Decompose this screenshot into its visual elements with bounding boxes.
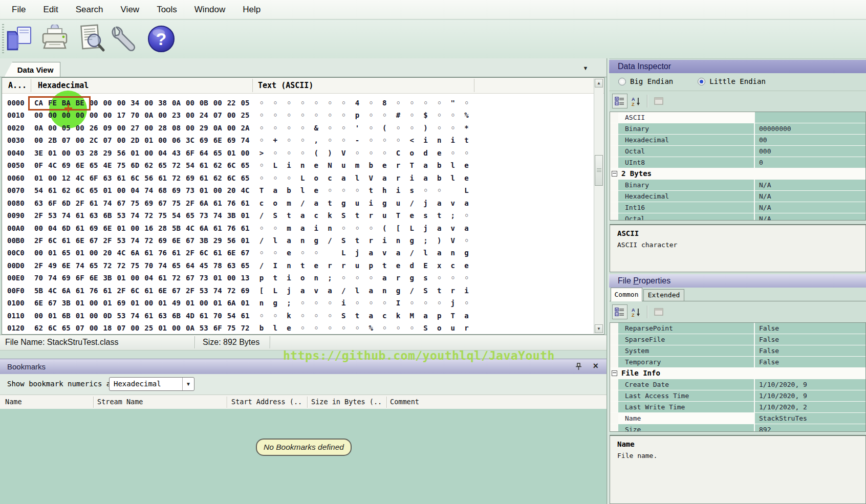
hex-byte[interactable]: 72 — [239, 324, 252, 332]
hex-byte[interactable]: 69 — [225, 136, 239, 144]
ascii-char[interactable]: ◦ — [337, 224, 350, 232]
hex-byte[interactable]: 53 — [114, 236, 128, 245]
hex-byte[interactable]: 3B — [225, 211, 239, 220]
ascii-char[interactable]: ◦ — [419, 299, 432, 307]
ascii-char[interactable]: ◦ — [405, 299, 419, 307]
hex-byte[interactable]: 29 — [101, 149, 115, 157]
ascii-char[interactable]: e — [310, 261, 323, 270]
hex-byte[interactable]: 73 — [183, 186, 197, 194]
hex-byte[interactable]: 74 — [128, 236, 142, 245]
ascii-char[interactable]: i — [310, 224, 323, 232]
hex-byte[interactable]: 01 — [225, 149, 239, 157]
ascii-char[interactable]: e — [282, 249, 295, 257]
ascii-char[interactable]: ) — [323, 149, 337, 157]
ascii-char[interactable]: % — [364, 324, 378, 332]
hex-byte[interactable]: 67 — [169, 287, 183, 295]
hex-byte[interactable]: 00 — [87, 299, 101, 307]
hex-byte[interactable]: 67 — [87, 236, 101, 245]
ascii-char[interactable]: m — [282, 199, 295, 207]
ascii-char[interactable]: ◦ — [351, 324, 364, 332]
menu-item-help[interactable]: Help — [234, 3, 269, 17]
ascii-char[interactable]: c — [310, 211, 323, 220]
ascii-char[interactable]: ◦ — [310, 249, 323, 257]
hex-byte[interactable]: 63 — [156, 312, 169, 320]
ascii-char[interactable]: i — [446, 136, 460, 144]
hex-vertical-scrollbar[interactable]: ▲ ▼ — [594, 78, 603, 334]
hex-byte[interactable]: 2F — [183, 199, 197, 207]
ascii-char[interactable]: a — [432, 224, 446, 232]
hex-byte[interactable]: 01 — [46, 312, 59, 320]
hex-byte[interactable]: 00 — [87, 312, 101, 320]
ascii-char[interactable]: j — [446, 299, 460, 307]
hex-byte[interactable]: 01 — [114, 224, 128, 232]
ascii-char[interactable]: a — [296, 287, 309, 295]
ascii-char[interactable]: V — [337, 149, 350, 157]
hex-byte[interactable]: 61 — [239, 199, 252, 207]
ascii-char[interactable]: ◦ — [282, 149, 295, 157]
categorized-view-icon[interactable] — [612, 94, 627, 108]
ascii-char[interactable]: S — [337, 236, 350, 245]
ascii-char[interactable]: [ — [392, 224, 405, 232]
ascii-char[interactable]: t — [269, 274, 282, 282]
ascii-char[interactable]: ◦ — [364, 99, 378, 107]
hex-byte[interactable]: 28 — [156, 124, 169, 132]
ascii-char[interactable]: a — [282, 236, 295, 245]
hex-byte[interactable]: 6E — [156, 287, 169, 295]
ascii-char[interactable]: a — [378, 174, 391, 182]
ascii-char[interactable]: ◦ — [255, 99, 268, 107]
hex-byte[interactable]: 73 — [197, 274, 211, 282]
hex-byte[interactable]: 3E — [32, 149, 46, 157]
ascii-char[interactable]: i — [282, 161, 295, 169]
hex-byte[interactable]: 00 — [114, 186, 128, 194]
hex-byte[interactable]: 00 — [211, 99, 225, 107]
ascii-char[interactable]: ◦ — [351, 186, 364, 194]
hex-byte[interactable]: 6A — [59, 287, 73, 295]
ascii-char[interactable]: t — [460, 136, 473, 144]
hex-byte[interactable]: 07 — [114, 324, 128, 332]
hex-byte[interactable]: 6C — [128, 174, 142, 182]
hex-byte[interactable]: 00 — [73, 124, 87, 132]
hex-byte[interactable]: 00 — [101, 111, 115, 119]
hex-byte[interactable]: 74 — [142, 186, 156, 194]
hex-byte[interactable]: 04 — [142, 274, 156, 282]
ascii-char[interactable]: " — [446, 99, 460, 107]
bookmark-column-1[interactable]: Name — [5, 398, 22, 406]
hex-byte[interactable]: 61 — [73, 224, 87, 232]
hex-byte[interactable]: 69 — [197, 136, 211, 144]
hex-byte[interactable]: 68 — [156, 186, 169, 194]
hex-byte[interactable]: 00 — [239, 149, 252, 157]
ascii-char[interactable]: a — [460, 199, 473, 207]
hex-byte[interactable]: 25 — [239, 111, 252, 119]
ascii-char[interactable]: / — [337, 287, 350, 295]
ascii-char[interactable]: ◦ — [255, 111, 268, 119]
ascii-char[interactable]: t — [364, 186, 378, 194]
ascii-char[interactable]: j — [282, 287, 295, 295]
ascii-char[interactable]: b — [282, 186, 295, 194]
ascii-char[interactable]: ◦ — [296, 249, 309, 257]
hex-byte[interactable]: 6C — [73, 186, 87, 194]
ascii-char[interactable]: T — [255, 186, 268, 194]
hex-byte[interactable]: 76 — [87, 287, 101, 295]
ascii-char[interactable]: b — [432, 174, 446, 182]
hex-byte[interactable]: 65 — [169, 261, 183, 270]
ascii-char[interactable]: p — [432, 312, 446, 320]
ascii-char[interactable]: ◦ — [446, 111, 460, 119]
hex-byte[interactable]: 00 — [128, 324, 142, 332]
hex-byte[interactable]: 2F — [183, 287, 197, 295]
ascii-char[interactable]: ◦ — [460, 274, 473, 282]
radio-icon[interactable] — [618, 78, 626, 85]
property-row[interactable]: Octal000 — [610, 146, 865, 157]
hex-byte[interactable]: 6B — [101, 211, 115, 220]
hex-byte[interactable]: 0A — [211, 124, 225, 132]
hex-byte[interactable]: 61 — [197, 161, 211, 169]
print-icon[interactable] — [39, 23, 71, 55]
ascii-char[interactable]: ◦ — [419, 99, 432, 107]
ascii-char[interactable]: l — [351, 174, 364, 182]
ascii-char[interactable]: a — [296, 224, 309, 232]
ascii-char[interactable]: * — [460, 124, 473, 132]
hex-byte[interactable]: 63 — [101, 174, 115, 182]
ascii-char[interactable]: x — [432, 261, 446, 270]
hex-byte[interactable]: 6A — [225, 299, 239, 307]
ascii-char[interactable]: e — [460, 261, 473, 270]
ascii-char[interactable]: a — [419, 174, 432, 182]
